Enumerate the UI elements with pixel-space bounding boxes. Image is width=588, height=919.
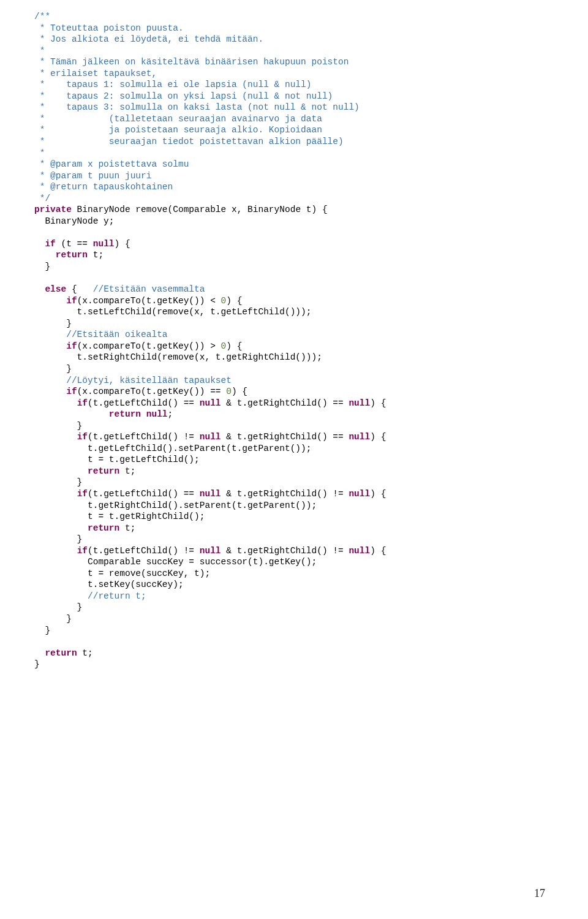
keyword-null: null — [349, 398, 370, 408]
keyword-private: private — [34, 205, 72, 214]
keyword-null: null — [200, 432, 221, 442]
keyword-if: if — [77, 432, 88, 442]
keyword-if: if — [77, 546, 88, 556]
keyword-null: null — [349, 432, 370, 442]
document-page: /** * Toteuttaa poiston puusta. * Jos al… — [0, 0, 588, 919]
comment-return: //return t; — [88, 591, 146, 601]
keyword-if: if — [66, 387, 77, 396]
keyword-null: null — [93, 239, 115, 249]
keyword-if: if — [66, 341, 77, 351]
literal-zero: 0 — [226, 387, 232, 396]
page-number: 17 — [534, 887, 545, 901]
literal-zero: 0 — [221, 296, 227, 306]
keyword-if: if — [66, 296, 77, 306]
keyword-null: null — [200, 546, 221, 556]
literal-zero: 0 — [221, 341, 227, 351]
keyword-null: null — [200, 489, 221, 499]
keyword-else: else — [45, 284, 66, 294]
keyword-null: null — [349, 489, 370, 499]
keyword-return: return — [45, 648, 77, 658]
comment-search-left: //Etsitään vasemmalta — [93, 284, 205, 294]
code-block: /** * Toteuttaa poiston puusta. * Jos al… — [34, 11, 564, 670]
keyword-if: if — [77, 398, 88, 408]
keyword-if: if — [45, 239, 55, 249]
keyword-null: null — [349, 546, 370, 556]
keyword-return: return — [88, 466, 119, 476]
keyword-if: if — [77, 489, 88, 499]
keyword-return: return — [88, 523, 119, 533]
comment-search-right: //Etsitään oikealta — [66, 330, 167, 339]
keyword-return-null: return null — [109, 409, 168, 419]
comment-found: //Löytyi, käsitellään tapaukset — [66, 376, 232, 385]
keyword-return: return — [56, 250, 88, 260]
keyword-null: null — [200, 398, 221, 408]
javadoc-comment: /** * Toteuttaa poiston puusta. * Jos al… — [34, 12, 360, 203]
